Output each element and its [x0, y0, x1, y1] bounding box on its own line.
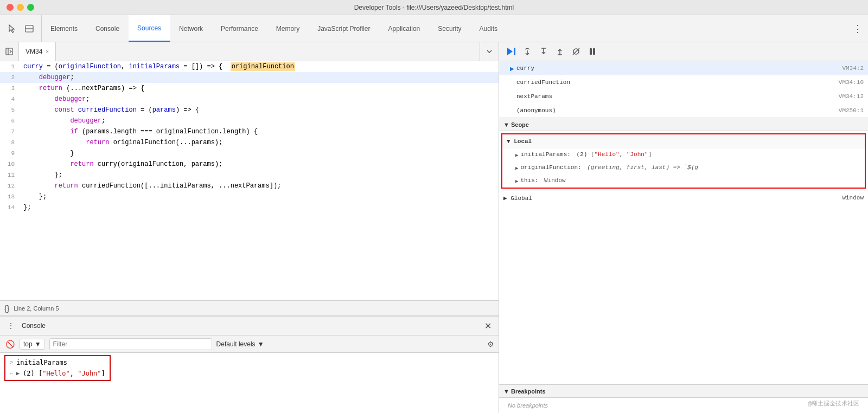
console-line-2: ← ▶ (2) ["Hello", "John"] — [10, 368, 105, 379]
step-out-button[interactable] — [552, 45, 567, 58]
deactivate-breakpoints-button[interactable] — [569, 45, 584, 58]
console-settings-icon[interactable]: ⚙ — [487, 340, 494, 349]
console-output-box: > initialParams ← ▶ (2) ["Hello", "John"… — [4, 355, 111, 381]
console-output: > initialParams ← ▶ (2) ["Hello", "John"… — [0, 353, 499, 413]
main-tabs: Elements Console Sources Network Perform… — [42, 15, 847, 42]
call-stack-item-nextparams[interactable]: nextParams VM34:12 — [499, 89, 868, 104]
console-toolbar: 🚫 top ▼ Default levels ▼ ⚙ — [0, 335, 499, 353]
minimize-button[interactable] — [17, 4, 24, 11]
source-nav-right[interactable] — [480, 42, 499, 61]
close-file-tab[interactable]: × — [46, 49, 49, 55]
tab-audits[interactable]: Audits — [471, 15, 507, 42]
call-stack: ▶ curry VM34:2 curriedFunction VM34:10 n… — [499, 61, 868, 118]
breakpoints-header[interactable]: ▼ Breakpoints — [499, 385, 868, 398]
console-levels-select[interactable]: Default levels ▼ — [216, 340, 264, 348]
code-line-5: 5 const curriedFunction = (params) => { — [0, 105, 499, 115]
call-stack-item-anonymous[interactable]: (anonymous) VM250:1 — [499, 104, 868, 118]
step-over-button[interactable] — [520, 45, 535, 58]
debug-toolbar — [499, 42, 868, 61]
cursor-icon[interactable] — [4, 21, 20, 36]
console-output-text-1: initialParams — [16, 359, 67, 366]
code-line-13: 13 }; — [0, 191, 499, 202]
right-content: ▶ curry VM34:2 curriedFunction VM34:10 n… — [499, 61, 868, 413]
code-line-4: 4 debugger; — [0, 94, 499, 105]
expand-original-function-icon[interactable]: ▶ — [515, 164, 518, 173]
code-lines: 1 curry = (originalFunction, initialPara… — [0, 61, 499, 213]
tab-performance[interactable]: Performance — [212, 15, 267, 42]
tab-js-profiler[interactable]: JavaScript Profiler — [309, 15, 379, 42]
dock-icon[interactable] — [22, 21, 37, 36]
breakpoints-section: ▼ Breakpoints No breakpoints — [499, 384, 868, 413]
scope-global-row[interactable]: ▶ Global Window — [499, 191, 868, 205]
console-tab-label[interactable]: Console — [22, 322, 46, 330]
pause-on-exceptions-button[interactable] — [585, 45, 600, 58]
svg-rect-9 — [593, 48, 595, 55]
tab-elements[interactable]: Elements — [42, 15, 87, 42]
source-file-name: VM34 — [25, 48, 42, 55]
tab-application[interactable]: Application — [380, 15, 430, 42]
scope-local-box: ▼ Local ▶ initialParams: (2) ["Hello", "… — [501, 133, 866, 189]
code-line-10: 10 return curry(originalFunction, params… — [0, 159, 499, 170]
code-line-8: 8 return originalFunction(...params); — [0, 137, 499, 148]
active-arrow-icon: ▶ — [510, 66, 514, 72]
console-context-select[interactable]: top ▼ — [20, 339, 45, 350]
code-line-3: 3 return (...nextParams) => { — [0, 83, 499, 94]
svg-marker-4 — [507, 48, 513, 55]
right-panel: ▶ curry VM34:2 curriedFunction VM34:10 n… — [499, 42, 868, 413]
expand-array-icon[interactable]: ▶ — [16, 370, 20, 377]
clear-console-icon[interactable]: 🚫 — [4, 339, 15, 350]
left-panel: VM34 × 1 curry = (originalFunction, init… — [0, 42, 499, 413]
tab-security[interactable]: Security — [429, 15, 470, 42]
expand-this-icon[interactable]: ▶ — [515, 177, 518, 186]
code-line-11: 11 }; — [0, 170, 499, 180]
console-line-1: > initialParams — [10, 357, 105, 368]
resume-button[interactable] — [503, 45, 519, 58]
close-button[interactable] — [7, 4, 14, 11]
tab-bar: Elements Console Sources Network Perform… — [0, 15, 868, 42]
expand-initial-params-icon[interactable]: ▶ — [515, 151, 518, 160]
scope-local-header[interactable]: ▼ Local — [502, 134, 865, 149]
step-into-button[interactable] — [536, 45, 551, 58]
call-stack-item-curried[interactable]: curriedFunction VM34:10 — [499, 75, 868, 89]
scope-section-header[interactable]: ▼ Scope — [499, 118, 868, 131]
code-area: 1 curry = (originalFunction, initialPara… — [0, 61, 499, 300]
status-bar: {} Line 2, Column 5 — [0, 300, 499, 315]
console-output-text-2: (2) ["Hello", "John"] — [23, 370, 105, 377]
more-tabs-button[interactable]: ⋮ — [847, 15, 868, 42]
code-line-2: 2 debugger; — [0, 72, 499, 83]
sources-sidebar-toggle[interactable] — [0, 42, 19, 61]
tab-network[interactable]: Network — [170, 15, 212, 42]
scope-this: ▶ this: Window — [502, 175, 865, 188]
console-sidebar-icon[interactable]: ⋮ — [4, 319, 17, 332]
call-stack-item-curry[interactable]: ▶ curry VM34:2 — [499, 61, 868, 75]
source-file-vm34[interactable]: VM34 × — [19, 42, 56, 61]
console-close-button[interactable]: ✕ — [481, 319, 494, 332]
console-filter-input[interactable] — [49, 338, 212, 350]
code-line-1: 1 curry = (originalFunction, initialPara… — [0, 61, 499, 72]
source-tabs: VM34 × — [0, 42, 499, 61]
status-position: Line 2, Column 5 — [14, 305, 59, 312]
console-area: ⋮ Console ✕ 🚫 top ▼ Default levels ▼ ⚙ — [0, 315, 499, 413]
tab-memory[interactable]: Memory — [267, 15, 309, 42]
tab-sources[interactable]: Sources — [129, 15, 170, 42]
svg-line-6 — [573, 48, 579, 55]
window-title: Developer Tools - file:///Users/yazeed/D… — [354, 4, 514, 11]
code-line-14: 14 }; — [0, 202, 499, 213]
code-line-6: 6 debugger; — [0, 115, 499, 126]
console-tab-bar: ⋮ Console ✕ — [0, 317, 499, 335]
code-line-7: 7 if (params.length === originalFunction… — [0, 126, 499, 137]
code-line-12: 12 return curriedFunction([...initialPar… — [0, 180, 499, 191]
tab-bar-left-icons — [0, 15, 42, 42]
tab-console[interactable]: Console — [87, 15, 129, 42]
scope-original-function: ▶ originalFunction: (greeting, first, la… — [502, 162, 865, 175]
main-area: VM34 × 1 curry = (originalFunction, init… — [0, 42, 868, 413]
scope-initial-params: ▶ initialParams: (2) ["Hello", "John"] — [502, 149, 865, 162]
title-bar: Developer Tools - file:///Users/yazeed/D… — [0, 0, 868, 15]
window-controls[interactable] — [7, 4, 34, 11]
svg-rect-8 — [590, 48, 592, 55]
scope-section: ▼ Scope ▼ Local ▶ initialParams: (2) ["H… — [499, 118, 868, 384]
curly-braces-icon: {} — [4, 304, 9, 313]
svg-rect-5 — [514, 48, 515, 55]
code-line-9: 9 } — [0, 148, 499, 159]
maximize-button[interactable] — [27, 4, 34, 11]
